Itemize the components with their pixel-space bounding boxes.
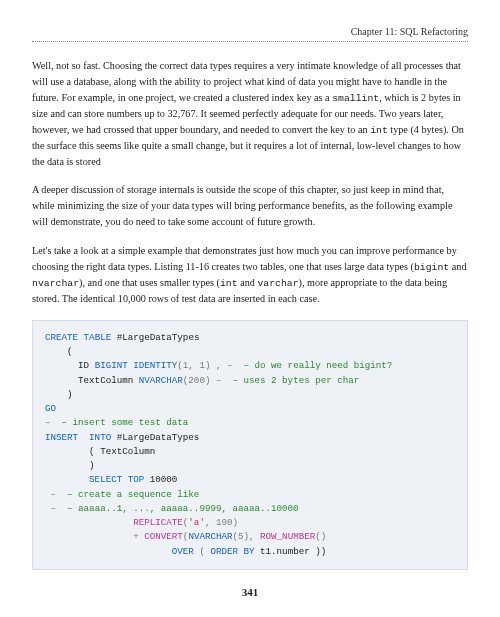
kw-table: TABLE (78, 332, 111, 343)
code-text: ) (45, 389, 73, 400)
code-text: (5), (232, 531, 260, 542)
text: and (238, 277, 258, 288)
paragraph-3: Let's take a look at a simple example th… (32, 243, 468, 307)
inline-code-bigint: bigint (414, 262, 449, 273)
code-text: – (45, 503, 62, 514)
chapter-header: Chapter 11: SQL Refactoring (32, 24, 468, 39)
kw-create: CREATE (45, 332, 78, 343)
kw-nvarchar: NVARCHAR (139, 375, 183, 386)
code-text: ( (194, 546, 211, 557)
kw-rownumber: ROW_NUMBER (260, 531, 315, 542)
inline-code-smallint: smallint (332, 93, 379, 104)
kw-go: GO (45, 403, 56, 414)
code-text: – (210, 375, 227, 386)
kw-order: ORDER (210, 546, 238, 557)
code-string: 'a' (188, 517, 205, 528)
kw-insert: INSERT (45, 432, 89, 443)
inline-code-int2: int (220, 278, 238, 289)
code-text: (1, 1) , (177, 360, 221, 371)
code-text: ( (45, 346, 73, 357)
kw-replicate: REPLICATE (45, 517, 183, 528)
paragraph-1: Well, not so fast. Choosing the correct … (32, 58, 468, 169)
code-text: () (315, 531, 326, 542)
kw-by: BY (238, 546, 255, 557)
code-text: + (45, 531, 144, 542)
inline-code-varchar: varchar (257, 278, 298, 289)
code-text: ( TextColumn (45, 446, 155, 457)
code-text: , 190) (205, 517, 238, 528)
code-text: – (45, 489, 62, 500)
code-text: #LargeDataTypes (111, 332, 199, 343)
code-comment: – aaaaa..1, ..., aaaaa..9999, aaaaa..100… (62, 503, 299, 514)
inline-code-nvarchar: nvarchar (32, 278, 79, 289)
code-comment: – uses 2 bytes per char (227, 375, 359, 386)
kw-nvarchar2: NVARCHAR (188, 531, 232, 542)
code-text: (200) (183, 375, 211, 386)
code-text: ID (45, 360, 95, 371)
code-text: t1.number )) (255, 546, 327, 557)
code-listing: CREATE TABLE #LargeDataTypes ( ID BIGINT… (32, 320, 468, 570)
code-comment: – do we really need bigint? (238, 360, 392, 371)
code-comment: – create a sequence like (62, 489, 200, 500)
text: and (449, 261, 466, 272)
code-comment: – insert some test data (56, 417, 188, 428)
code-text: – (45, 417, 56, 428)
text: Let's take a look at a simple example th… (32, 245, 457, 272)
code-text: #LargeDataTypes (111, 432, 199, 443)
inline-code-int: int (370, 125, 388, 136)
kw-identity: IDENTITY (128, 360, 178, 371)
page-number: 341 (32, 584, 468, 601)
paragraph-2: A deeper discussion of storage internals… (32, 182, 468, 229)
code-text: 10000 (144, 474, 177, 485)
kw-into: INTO (89, 432, 111, 443)
header-rule (32, 41, 468, 42)
kw-over: OVER (45, 546, 194, 557)
kw-bigint: BIGINT (95, 360, 128, 371)
kw-top: TOP (122, 474, 144, 485)
text: ), and one that uses smaller types ( (79, 277, 220, 288)
code-text: TextColumn (45, 375, 139, 386)
kw-select: SELECT (45, 474, 122, 485)
code-text: ) (45, 460, 95, 471)
code-text: – (221, 360, 238, 371)
kw-convert: CONVERT (144, 531, 183, 542)
